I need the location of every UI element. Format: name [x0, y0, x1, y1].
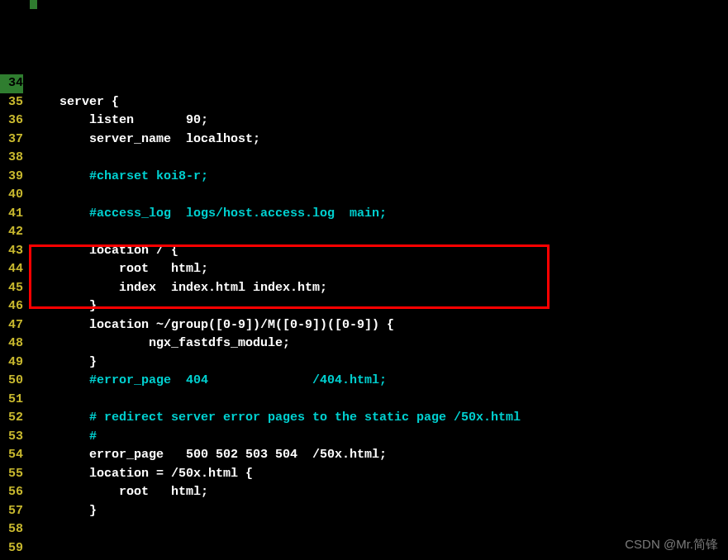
code-line[interactable]: }: [30, 502, 728, 521]
code-line[interactable]: [30, 149, 728, 168]
cursor-block: [30, 0, 37, 9]
code-line[interactable]: root html;: [30, 260, 728, 279]
line-number: 38: [0, 149, 23, 168]
code-line[interactable]: root html;: [30, 483, 728, 502]
line-number: 59: [0, 539, 23, 558]
line-number: 56: [0, 483, 23, 502]
line-number: 47: [0, 316, 23, 335]
code-line[interactable]: listen 90;: [30, 112, 728, 131]
line-number: 42: [0, 223, 23, 242]
code-line[interactable]: index index.html index.htm;: [30, 279, 728, 298]
code-token: [30, 411, 89, 425]
code-line[interactable]: location = /50x.html {: [30, 465, 728, 484]
line-number: 51: [0, 391, 23, 410]
code-token: [30, 429, 89, 444]
code-token: index index.html index.htm;: [30, 281, 327, 295]
code-line[interactable]: [30, 186, 728, 205]
code-line[interactable]: ngx_fastdfs_module;: [30, 335, 728, 354]
code-line[interactable]: server {: [30, 93, 728, 112]
code-token: #error_page 404 /404.html;: [89, 373, 387, 387]
code-token: location = /50x.html {: [30, 467, 253, 481]
code-token: location / {: [30, 244, 178, 258]
code-token: }: [30, 504, 97, 518]
line-number: 52: [0, 409, 23, 428]
code-token: server_name localhost;: [30, 132, 260, 146]
code-token: #: [89, 429, 97, 444]
code-line[interactable]: [30, 539, 728, 558]
code-token: #access_log logs/host.access.log main;: [89, 206, 387, 221]
code-line[interactable]: [30, 520, 728, 539]
line-number: 45: [0, 279, 23, 298]
code-token: [30, 373, 89, 387]
code-line[interactable]: #error_page 404 /404.html;: [30, 372, 728, 391]
line-number: 44: [0, 260, 23, 279]
line-number: 40: [0, 186, 23, 205]
code-editor[interactable]: 3435363738394041424344454647484950515253…: [0, 74, 728, 560]
code-token: location ~/group([0-9])/M([0-9])([0-9]) …: [30, 318, 394, 332]
line-number: 55: [0, 465, 23, 484]
code-token: [30, 206, 89, 221]
line-number: 49: [0, 354, 23, 373]
code-line[interactable]: [30, 223, 728, 242]
line-number: 41: [0, 205, 23, 224]
line-number: 36: [0, 112, 23, 131]
code-token: [30, 169, 89, 183]
code-line[interactable]: }: [30, 297, 728, 316]
code-token: # redirect server error pages to the sta…: [89, 411, 521, 425]
line-number: 50: [0, 372, 23, 391]
code-line[interactable]: }: [30, 354, 728, 373]
code-line[interactable]: #: [30, 428, 728, 447]
code-line[interactable]: # redirect server error pages to the sta…: [30, 409, 728, 428]
code-token: root html;: [30, 485, 208, 499]
code-line[interactable]: error_page 500 502 503 504 /50x.html;: [30, 446, 728, 465]
line-number: 48: [0, 335, 23, 354]
code-line[interactable]: #access_log logs/host.access.log main;: [30, 205, 728, 224]
line-number: 43: [0, 242, 23, 261]
code-token: #charset koi8-r;: [89, 169, 208, 183]
code-token: root html;: [30, 262, 208, 276]
code-line[interactable]: #charset koi8-r;: [30, 168, 728, 187]
code-line[interactable]: location / {: [30, 242, 728, 261]
line-number-gutter: 3435363738394041424344454647484950515253…: [0, 74, 30, 560]
line-number: 46: [0, 297, 23, 316]
line-number: 54: [0, 446, 23, 465]
line-number: 53: [0, 428, 23, 447]
line-number: 39: [0, 168, 23, 187]
code-area[interactable]: server { listen 90; server_name localhos…: [30, 74, 728, 560]
code-line[interactable]: [30, 74, 728, 93]
code-token: }: [30, 299, 97, 313]
code-token: error_page 500 502 503 504 /50x.html;: [30, 448, 387, 462]
code-line[interactable]: server_name localhost;: [30, 131, 728, 149]
code-line[interactable]: location ~/group([0-9])/M([0-9])([0-9]) …: [30, 316, 728, 335]
line-number: 35: [0, 93, 23, 112]
code-token: }: [30, 355, 97, 369]
code-token: server {: [30, 95, 119, 109]
line-number: 37: [0, 131, 23, 149]
line-number: 58: [0, 520, 23, 539]
code-line[interactable]: [30, 391, 728, 410]
line-number: 57: [0, 502, 23, 521]
code-token: listen 90;: [30, 113, 208, 127]
code-token: ngx_fastdfs_module;: [30, 336, 290, 350]
watermark-text: CSDN @Mr.简锋: [625, 535, 718, 554]
line-number: 34: [0, 74, 23, 93]
